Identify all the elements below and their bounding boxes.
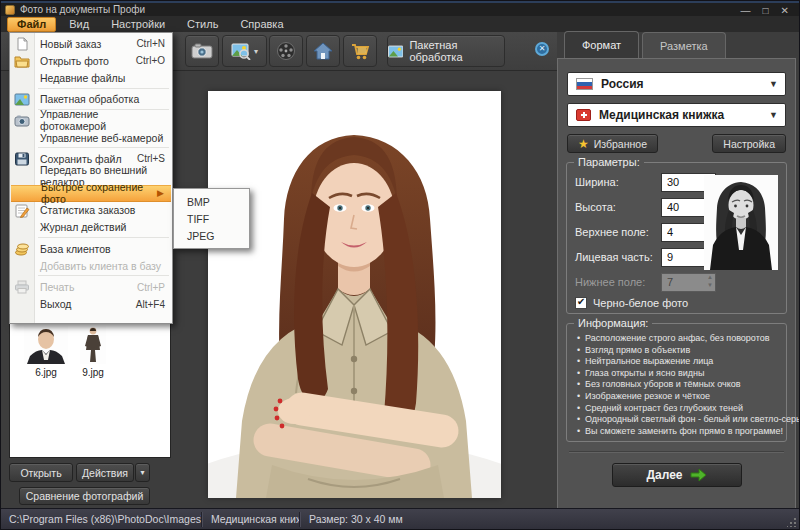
- app-icon: [5, 5, 15, 15]
- submenu-item-jpeg[interactable]: JPEG: [174, 227, 249, 244]
- parameters-title: Параметры:: [574, 156, 644, 168]
- menu-item-webcam-control[interactable]: Управление веб-камерой: [10, 129, 172, 146]
- submenu-item-tiff[interactable]: TIFF: [174, 210, 249, 227]
- resize-grip[interactable]: [787, 517, 797, 527]
- menubar-item-help[interactable]: Справка: [231, 17, 292, 32]
- chevron-down-icon: ▼: [769, 110, 778, 120]
- menu-item-label: Новый заказ: [40, 38, 101, 50]
- status-bar: C:\Program Files (x86)\PhotoDoc\Images\0…: [1, 508, 799, 529]
- bottom-margin-row: Нижнее поле: ▲▼: [575, 272, 779, 291]
- menu-item-print: Печать Ctrl+P: [10, 278, 172, 295]
- bw-checkbox-row[interactable]: Черно-белое фото: [575, 297, 779, 309]
- status-file-path: C:\Program Files (x86)\PhotoDoc\Images\0…: [1, 513, 201, 525]
- window-title: Фото на документы Профи: [20, 4, 145, 15]
- tab-format[interactable]: Формат: [564, 31, 639, 58]
- menu-shortcut: Ctrl+N: [136, 38, 165, 49]
- menu-item-label: База клиентов: [40, 243, 111, 255]
- camera-icon: [191, 42, 213, 60]
- menu-item-label: Управление веб-камерой: [40, 132, 163, 144]
- quick-save-submenu: BMP TIFF JPEG: [173, 188, 250, 249]
- menu-item-new-order[interactable]: Новый заказ Ctrl+N: [10, 35, 172, 52]
- menu-item-recent-files[interactable]: Недавние файлы: [10, 69, 172, 86]
- status-size: Размер: 30 x 40 мм: [301, 513, 449, 525]
- menu-bar: Файл Вид Настройки Стиль Справка: [1, 16, 799, 32]
- shop-button[interactable]: [343, 35, 377, 67]
- divider: [569, 451, 784, 453]
- menu-item-label: Пакетная обработка: [40, 93, 139, 105]
- menu-item-action-log[interactable]: Журнал действий: [10, 219, 172, 236]
- menu-shortcut: Ctrl+O: [136, 55, 165, 66]
- info-bullet: Однородный светлый фон - белый или светл…: [575, 414, 779, 426]
- menu-item-label: Сохранить файл: [40, 153, 122, 165]
- menubar-item-settings[interactable]: Настройки: [102, 17, 174, 32]
- save-icon: [14, 152, 30, 166]
- thumbnail-9jpg[interactable]: 9.jpg: [80, 326, 106, 378]
- settings-button[interactable]: Настройка: [712, 134, 786, 153]
- country-select[interactable]: Россия ▼: [567, 72, 786, 96]
- actions-dropdown-arrow[interactable]: ▾: [135, 463, 150, 482]
- menubar-item-file[interactable]: Файл: [7, 17, 56, 32]
- info-bullet: Без головных уборов и тёмных очков: [575, 379, 779, 391]
- current-photo[interactable]: [208, 91, 501, 498]
- client-database-icon: [14, 242, 30, 256]
- menu-item-quick-save[interactable]: Быстрое сохранение фото ▶: [11, 185, 171, 202]
- top-margin-label: Верхнее поле:: [575, 226, 661, 238]
- compare-photos-button[interactable]: Сравнение фотографий: [19, 487, 150, 505]
- chevron-down-icon: ▼: [769, 79, 778, 89]
- star-icon: ★: [578, 139, 589, 149]
- man-figure-thumbnail: [80, 326, 106, 364]
- shopping-cart-icon: [350, 42, 370, 61]
- tab-layout[interactable]: Разметка: [642, 32, 726, 58]
- actions-button[interactable]: Действия: [76, 463, 134, 482]
- open-image-button[interactable]: ▾: [222, 35, 267, 67]
- information-title: Информация:: [574, 317, 652, 329]
- menu-item-label: Недавние файлы: [40, 72, 125, 84]
- submenu-arrow-icon: ▶: [157, 188, 164, 198]
- menu-item-exit[interactable]: Выход Alt+F4: [10, 296, 172, 313]
- next-button[interactable]: Далее: [612, 463, 742, 487]
- document-type-select[interactable]: Медицинская книжка ▼: [567, 103, 786, 127]
- woman-portrait-image: [208, 91, 501, 498]
- menu-shortcut: Ctrl+P: [137, 282, 165, 293]
- new-document-icon: [14, 37, 30, 51]
- bw-checkbox-label: Черно-белое фото: [593, 297, 688, 309]
- home-button[interactable]: [306, 35, 340, 67]
- bw-photo-preview: [704, 175, 778, 270]
- menu-item-camera-control[interactable]: Управление фотокамерой: [10, 112, 172, 129]
- bottom-margin-stepper: ▲▼: [661, 272, 716, 291]
- country-value: Россия: [601, 77, 644, 91]
- medical-case-icon: [576, 109, 591, 121]
- title-bar: Фото на документы Профи — □ ✕: [1, 1, 799, 16]
- menu-item-label: Журнал действий: [40, 221, 126, 233]
- spinner-arrows-icon: ▲▼: [707, 273, 713, 289]
- image-icon: [14, 93, 30, 107]
- batch-processing-button[interactable]: Пакетная обработка: [387, 35, 505, 67]
- info-bullet: Глаза открыты и ясно видны: [575, 368, 779, 380]
- menu-item-label: Печать: [40, 281, 74, 293]
- height-label: Высота:: [575, 201, 661, 213]
- menu-item-order-statistics[interactable]: Статистика заказов: [10, 202, 172, 219]
- settings-label: Настройка: [723, 138, 775, 150]
- batch-processing-label: Пакетная обработка: [409, 39, 504, 63]
- submenu-item-bmp[interactable]: BMP: [174, 193, 249, 210]
- man-portrait-thumbnail: [24, 326, 68, 364]
- menu-item-batch-processing[interactable]: Пакетная обработка: [10, 91, 172, 108]
- russia-flag-icon: [576, 78, 593, 90]
- thumbnail-6jpg[interactable]: 6.jpg: [24, 326, 68, 378]
- checkbox-checked-icon[interactable]: [575, 297, 587, 309]
- menu-item-client-database[interactable]: База клиентов: [10, 240, 172, 257]
- menubar-item-style[interactable]: Стиль: [178, 17, 227, 32]
- camera-capture-button[interactable]: [185, 35, 219, 67]
- open-button[interactable]: Открыть: [9, 463, 73, 482]
- menu-item-open-photo[interactable]: Открыть фото Ctrl+O: [10, 52, 172, 69]
- green-arrow-right-icon: [690, 468, 707, 482]
- home-icon: [313, 42, 333, 60]
- menu-item-add-client: Добавить клиента в базу: [10, 257, 172, 274]
- favorites-button[interactable]: ★ Избранное: [567, 134, 658, 153]
- menu-item-label: Открыть фото: [40, 55, 109, 67]
- parameters-group: Параметры: Ширина: ▲▼ Высота: ▲▼: [566, 162, 787, 314]
- app-window: Фото на документы Профи — □ ✕ Файл Вид Н…: [0, 0, 800, 530]
- video-button[interactable]: [269, 35, 303, 67]
- cancel-badge-icon[interactable]: ✕: [535, 42, 549, 56]
- menubar-item-view[interactable]: Вид: [60, 17, 98, 32]
